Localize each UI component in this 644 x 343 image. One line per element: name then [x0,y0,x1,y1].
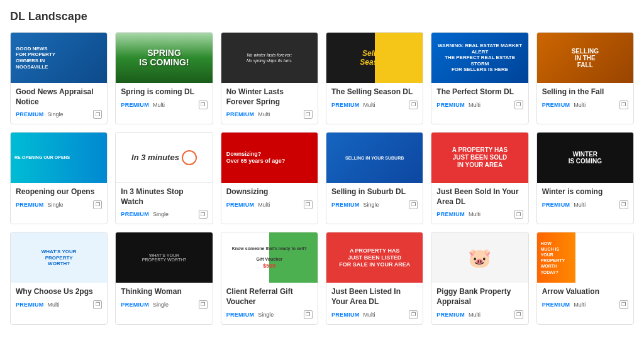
badge-premium-10: PREMIUM [331,202,360,208]
card-6: SELLINGIN THEFALL Selling in the Fall PR… [536,32,634,124]
copy-icon-5[interactable]: ❐ [514,101,523,109]
badge-type-7: Single [48,202,64,208]
copy-icon-18[interactable]: ❐ [619,300,628,309]
cards-grid: GOOD NEWSfor propertyowners inNOOSAVILLE… [10,32,634,325]
card-thumbnail-3[interactable]: No winter lasts forever;No spring skips … [221,33,318,83]
card-title-5: The Perfect Storm DL [436,87,523,97]
copy-icon-11[interactable]: ❐ [514,210,523,219]
copy-icon-6[interactable]: ❐ [619,101,628,109]
badge-premium-9: PREMIUM [226,202,255,208]
page-title: DL Landscape [10,10,634,23]
card-title-11: Just Been Sold In Your Area DL [436,187,523,207]
card-thumbnail-10[interactable]: SELLING IN YOUR SUBURB [326,133,423,183]
badge-premium-7: PREMIUM [16,202,44,208]
copy-icon-16[interactable]: ❐ [409,310,418,319]
badge-premium-14: PREMIUM [121,302,149,308]
card-title-14: Thinking Woman [121,287,207,297]
badge-type-8: Single [153,211,169,217]
badge-type-5: Multi [469,102,480,108]
copy-icon-15[interactable]: ❐ [304,310,313,319]
card-10: SELLING IN YOUR SUBURB Selling in Suburb… [326,132,423,224]
badge-type-4: Multi [364,102,375,108]
card-thumbnail-11[interactable]: A PROPERTY HASJUST BEEN SOLDIN YOUR AREA [431,133,528,183]
badge-type-12: Multi [574,202,586,208]
card-title-2: Spring is coming DL [121,87,207,97]
badge-premium-13: PREMIUM [16,302,44,308]
card-thumbnail-14[interactable]: WHAT'S YOURPROPERTY WORTH? [116,232,212,283]
copy-icon-10[interactable]: ❐ [409,200,418,209]
card-thumbnail-18[interactable]: HOWMUCH ISYOURPROPERTYWORTHTODAY? [537,232,633,283]
card-title-15: Client Referral Gift Voucher [226,287,313,307]
card-title-7: Reopening our Opens [16,187,102,197]
badge-premium-15: PREMIUM [226,312,255,318]
card-thumbnail-17[interactable]: 🐷 [431,232,528,283]
card-thumbnail-2[interactable]: SPRINGIS COMING! [116,33,212,83]
badge-type-2: Multi [153,102,165,108]
badge-type-10: Single [364,202,379,208]
badge-premium-12: PREMIUM [542,202,570,208]
card-title-3: No Winter Lasts Forever Spring [226,87,313,107]
badge-premium-8: PREMIUM [121,211,149,217]
copy-icon-12[interactable]: ❐ [619,200,628,209]
card-title-6: Selling in the Fall [542,87,628,97]
copy-icon-13[interactable]: ❐ [93,300,102,309]
badge-premium-4: PREMIUM [331,102,360,108]
badge-type-1: Single [48,111,64,117]
card-thumbnail-1[interactable]: GOOD NEWSfor propertyowners inNOOSAVILLE [11,33,107,83]
card-thumbnail-13[interactable]: WHAT'S YOURPROPERTYWORTH? [11,232,107,283]
copy-icon-2[interactable]: ❐ [199,101,208,109]
badge-type-6: Multi [574,102,586,108]
badge-type-17: Multi [469,312,480,318]
card-thumbnail-12[interactable]: WINTERIS COMING [537,133,633,183]
badge-type-13: Multi [48,302,60,308]
copy-icon-4[interactable]: ❐ [409,101,418,109]
card-3: No winter lasts forever;No spring skips … [221,32,318,124]
card-1: GOOD NEWSfor propertyowners inNOOSAVILLE… [10,32,108,124]
card-12: WINTERIS COMING Winter is coming PREMIUM… [536,132,634,224]
copy-icon-9[interactable]: ❐ [304,200,313,209]
card-title-9: Downsizing [226,187,313,197]
badge-premium-3: PREMIUM [226,111,255,117]
card-title-13: Why Choose Us 2pgs [16,287,102,297]
card-thumbnail-4[interactable]: SellingSeason! [326,33,423,83]
card-thumbnail-15[interactable]: Know someone that's ready to sell?Gift V… [221,232,318,283]
copy-icon-1[interactable]: ❐ [93,110,102,119]
badge-type-18: Multi [574,302,586,308]
card-title-12: Winter is coming [542,187,628,197]
card-11: A PROPERTY HASJUST BEEN SOLDIN YOUR AREA… [431,132,528,224]
copy-icon-3[interactable]: ❐ [304,110,313,119]
card-9: Downsizing?Over 65 years of age? Downsiz… [221,132,318,224]
card-15: Know someone that's ready to sell?Gift V… [221,232,318,324]
card-thumbnail-6[interactable]: SELLINGIN THEFALL [537,33,633,83]
badge-premium-16: PREMIUM [331,312,360,318]
badge-premium-6: PREMIUM [542,102,570,108]
copy-icon-8[interactable]: ❐ [199,210,208,219]
card-title-18: Arrow Valuation [542,287,628,297]
badge-type-9: Multi [258,202,270,208]
card-title-8: In 3 Minutes Stop Watch [121,187,207,207]
card-8: In 3 minutes In 3 Minutes Stop Watch PRE… [115,132,213,224]
badge-type-3: Multi [258,111,270,117]
card-title-10: Selling in Suburb DL [331,187,418,197]
card-7: RE-OPENING OUR OPENS Reopening our Opens… [10,132,108,224]
badge-type-14: Single [153,302,169,308]
copy-icon-17[interactable]: ❐ [514,310,523,319]
card-thumbnail-9[interactable]: Downsizing?Over 65 years of age? [221,133,318,183]
card-16: A PROPERTY HASJUST BEEN LISTEDFOR SALE I… [326,232,423,324]
card-17: 🐷 Piggy Bank Property Appraisal PREMIUM … [431,232,528,324]
card-thumbnail-8[interactable]: In 3 minutes [116,133,212,183]
card-title-1: Good News Appraisal Notice [16,87,102,107]
badge-premium-17: PREMIUM [436,312,465,318]
card-thumbnail-7[interactable]: RE-OPENING OUR OPENS [11,133,107,183]
card-13: WHAT'S YOURPROPERTYWORTH? Why Choose Us … [10,232,108,324]
card-thumbnail-16[interactable]: A PROPERTY HASJUST BEEN LISTEDFOR SALE I… [326,232,423,283]
badge-type-16: Multi [364,312,375,318]
copy-icon-14[interactable]: ❐ [199,300,208,309]
card-5: WARNING: REAL ESTATE MARKET ALERTTHE PER… [431,32,528,124]
badge-premium-18: PREMIUM [542,302,570,308]
card-14: WHAT'S YOURPROPERTY WORTH? Thinking Woma… [115,232,213,324]
copy-icon-7[interactable]: ❐ [93,200,102,209]
badge-premium-5: PREMIUM [436,102,465,108]
card-title-16: Just Been Listed In Your Area DL [331,287,418,307]
card-thumbnail-5[interactable]: WARNING: REAL ESTATE MARKET ALERTTHE PER… [431,33,528,83]
